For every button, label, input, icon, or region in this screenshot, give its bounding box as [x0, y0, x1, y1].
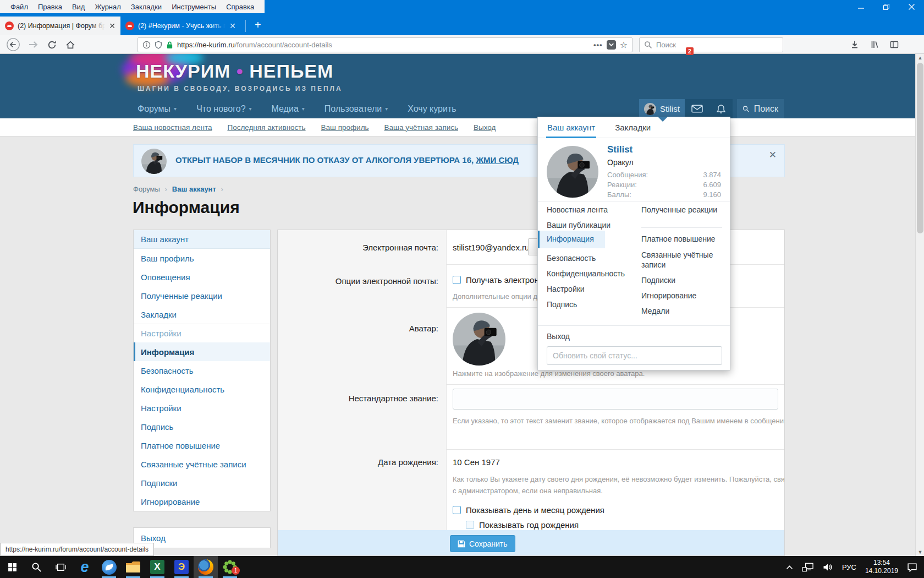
close-icon[interactable]: ✕: [769, 149, 777, 161]
window-minimize-icon[interactable]: [848, 0, 873, 13]
sidebar-section-settings[interactable]: Настройки: [134, 324, 270, 342]
notice-link[interactable]: ЖМИ СЮД: [476, 155, 519, 165]
dropdown-item-logout[interactable]: Выход: [547, 332, 570, 341]
save-button[interactable]: Сохранить: [450, 535, 515, 552]
nav-whats-new[interactable]: Что нового?▾: [196, 104, 251, 114]
scroll-up-icon[interactable]: ▲: [916, 54, 924, 62]
sidebar-header-account[interactable]: Ваш аккаунт: [134, 230, 270, 249]
dropdown-item-connected-accounts[interactable]: Связанные учётные записи: [641, 250, 724, 270]
inbox-button[interactable]: [685, 99, 710, 118]
downloads-icon[interactable]: [847, 38, 862, 51]
sidebar-item-connected-accounts[interactable]: Связанные учётные записи: [134, 455, 270, 473]
email-options-checkbox-row[interactable]: Получать электрон: [453, 275, 539, 285]
scroll-down-icon[interactable]: ▼: [916, 548, 924, 556]
avatar[interactable]: [547, 146, 598, 198]
nav-members[interactable]: Пользователи▾: [324, 104, 388, 114]
checkbox-icon[interactable]: [453, 506, 461, 514]
menu-history[interactable]: Журнал: [90, 3, 125, 11]
window-close-icon[interactable]: [899, 0, 924, 13]
page-scrollbar[interactable]: ▲ ▼: [915, 54, 924, 556]
bookmark-star-icon[interactable]: ☆: [620, 41, 628, 50]
site-search-button[interactable]: Поиск: [737, 99, 784, 118]
page-actions-icon[interactable]: •••: [593, 41, 603, 49]
nav-media[interactable]: Медиа▾: [272, 104, 305, 114]
start-button[interactable]: [0, 556, 24, 578]
taskbar-thunderbird[interactable]: [97, 556, 121, 578]
reload-icon[interactable]: [44, 38, 59, 51]
tab-close-icon[interactable]: ✕: [109, 22, 116, 30]
sidebar-item-information-active[interactable]: Информация: [134, 342, 270, 361]
sidebar-item-following[interactable]: Подписки: [134, 473, 270, 492]
dropdown-item-reactions-received[interactable]: Полученные реакции: [641, 205, 724, 214]
https-lock-icon[interactable]: [166, 41, 173, 49]
tab-close-icon[interactable]: ✕: [229, 22, 236, 30]
dropdown-item-upgrades[interactable]: Платное повышение: [641, 235, 724, 243]
sidebar-toggle-icon[interactable]: [887, 38, 902, 51]
scrollbar-thumb[interactable]: [917, 63, 923, 233]
forward-icon[interactable]: [25, 38, 41, 51]
breadcrumb-forums[interactable]: Форумы: [133, 185, 160, 193]
menu-file[interactable]: Файл: [6, 3, 33, 11]
keyboard-language[interactable]: РУС: [842, 563, 856, 571]
tab-active[interactable]: (2) Информация | Форум бро ✕: [0, 17, 120, 35]
sidebar-item-preferences[interactable]: Настройки: [134, 399, 270, 417]
dropdown-item-signature[interactable]: Подпись: [547, 300, 577, 309]
sidebar-item-logout[interactable]: Выход: [134, 528, 270, 548]
dropdown-username[interactable]: Stilist: [607, 144, 632, 155]
page-info-icon[interactable]: [142, 41, 151, 49]
tracking-shield-icon[interactable]: [155, 41, 162, 49]
taskbar-file-explorer[interactable]: [121, 556, 145, 578]
checkbox-icon[interactable]: [466, 521, 474, 529]
sidebar-item-security[interactable]: Безопасность: [134, 361, 270, 380]
custom-title-input[interactable]: [453, 389, 778, 410]
account-menu-button[interactable]: Stilist: [639, 99, 685, 118]
menu-tools[interactable]: Инструменты: [167, 3, 221, 11]
breadcrumb-your-account[interactable]: Ваш аккаунт: [172, 185, 216, 193]
home-icon[interactable]: [63, 38, 78, 51]
menu-edit[interactable]: Правка: [33, 3, 67, 11]
subnav-news-feed[interactable]: Ваша новостная лента: [133, 123, 212, 132]
sidebar-item-profile[interactable]: Ваш профиль: [134, 249, 270, 268]
dropdown-item-news-feed[interactable]: Новостная лента: [547, 205, 608, 214]
site-logo[interactable]: НЕКУРИМ • НЕПЬЕМ: [136, 61, 333, 82]
status-update-input[interactable]: [547, 346, 722, 365]
subnav-logout[interactable]: Выход: [474, 123, 496, 132]
back-icon[interactable]: [6, 38, 21, 51]
taskbar-icq[interactable]: 1: [218, 556, 242, 578]
checkbox-icon[interactable]: [453, 276, 461, 284]
avatar-change-button[interactable]: [453, 313, 505, 366]
sidebar-item-reactions[interactable]: Полученные реакции: [134, 286, 270, 305]
dropdown-tab-your-account[interactable]: Ваш аккаунт: [547, 117, 595, 138]
new-tab-button[interactable]: +: [250, 19, 266, 31]
subnav-latest-activity[interactable]: Последняя активность: [227, 123, 305, 132]
clock[interactable]: 13:54 14.10.2019: [865, 559, 898, 575]
dropdown-item-medals[interactable]: Медали: [641, 307, 724, 315]
sidebar-item-upgrades[interactable]: Платное повышение: [134, 436, 270, 455]
dropdown-item-your-content[interactable]: Ваши публикации: [547, 221, 610, 230]
show-birthday-checkbox-row[interactable]: Показывать день и месяц рождения: [453, 505, 604, 515]
nav-forums[interactable]: Форумы▾: [138, 104, 177, 114]
taskbar-edge[interactable]: e: [73, 556, 97, 578]
dropdown-item-following[interactable]: Подписки: [641, 276, 724, 285]
nav-want-to-smoke[interactable]: Хочу курить: [408, 104, 456, 114]
search-bar[interactable]: Поиск: [639, 37, 783, 52]
dropdown-tab-bookmarks[interactable]: Закладки: [615, 123, 651, 132]
window-restore-icon[interactable]: [873, 0, 899, 13]
menu-view[interactable]: Вид: [67, 3, 90, 11]
sidebar-item-bookmarks[interactable]: Закладки: [134, 305, 270, 324]
tab-inactive[interactable]: (2) #Некурим - Учусь жить по ✕: [120, 17, 241, 35]
action-center-icon[interactable]: [907, 563, 917, 572]
network-icon[interactable]: [802, 563, 813, 572]
task-view-button[interactable]: [48, 556, 73, 578]
taskbar-firefox-active[interactable]: [194, 556, 218, 578]
alerts-button[interactable]: [710, 99, 733, 118]
dropdown-item-preferences[interactable]: Настройки: [547, 285, 585, 293]
subnav-your-account[interactable]: Ваша учётная запись: [384, 123, 458, 132]
dropdown-item-privacy[interactable]: Конфиденциальность: [547, 269, 625, 278]
tray-chevron-up-icon[interactable]: [786, 565, 793, 570]
taskbar-excel[interactable]: X: [145, 556, 169, 578]
sidebar-item-alerts[interactable]: Оповещения: [134, 268, 270, 286]
dropdown-item-information-active[interactable]: Информация: [538, 231, 605, 248]
dropdown-item-ignoring[interactable]: Игнорирование: [641, 291, 724, 300]
library-icon[interactable]: [867, 38, 882, 51]
